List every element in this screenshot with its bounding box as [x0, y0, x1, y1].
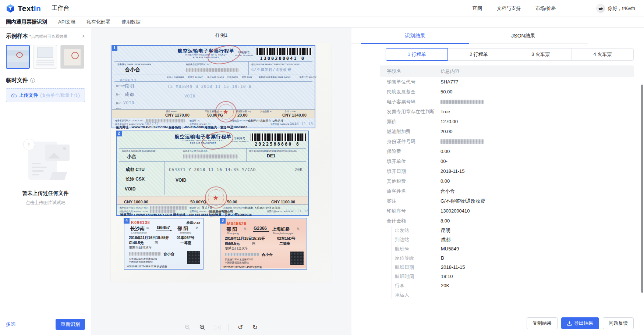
empty-title: 暂未上传过任何文件 — [0, 190, 91, 197]
rotate-right-icon[interactable]: ↻ — [252, 324, 258, 331]
document-scan[interactable]: 1 航空运输电子客票行程单 ITINERARY/RECEIPT OF E-TIC… — [111, 43, 332, 282]
ticket-footer: 中国铁路祝您旅途愉快 — [129, 260, 153, 264]
masked-agent — [150, 210, 176, 213]
field-value: 00- — [440, 158, 634, 164]
tab-recognition-result[interactable]: 识别结果 — [361, 28, 469, 44]
result-actions: 复制结果 导出结果 问题反馈 — [527, 317, 634, 329]
multi-select-link[interactable]: 多选 — [6, 321, 15, 328]
feedback-button[interactable]: 问题反馈 — [603, 317, 634, 329]
subnav-item-bill-recognition[interactable]: 国内通用票据识别 — [6, 19, 47, 25]
endorse-label: 签注 ENDORSEMENTS/RESTRICTIONS/CABIN — [249, 150, 297, 153]
flight-line: CA4371 Y 2018 11 16 14:35 Y/CAO — [169, 167, 256, 172]
yq-value: 50.00 — [227, 200, 237, 204]
field-value: 50.00 — [440, 89, 634, 95]
ticket-footer: 中国铁路祝您旅途愉快 — [225, 261, 249, 264]
field-label: 签注 — [380, 198, 440, 204]
sample-thumbnails — [6, 45, 85, 69]
field-label: 保险费 — [380, 148, 440, 155]
from-pinyin: Shaoyang — [227, 232, 239, 235]
ticket-bottom-code: 3579531111774961 45829 邵阳售 — [223, 265, 262, 269]
masked-id — [186, 68, 239, 72]
check-gate: 检票:A18 — [186, 221, 200, 225]
sample-thumbnail-2[interactable] — [33, 45, 57, 69]
passenger-name: 合小合 — [125, 67, 140, 73]
nav-docs-support[interactable]: 文档与支持 — [497, 5, 521, 12]
copy-result-button[interactable]: 复制结果 — [527, 317, 558, 329]
id-label: 有效身份证件号码 ID.NO. — [186, 63, 211, 66]
field-value: 1270.00 — [440, 119, 634, 124]
fare-value: CNY 1000.00 — [124, 200, 148, 204]
subtab-itinerary-2[interactable]: 2 行程单 — [447, 48, 510, 61]
qr-code — [187, 251, 200, 264]
caac-value: 50.00YQ — [190, 200, 206, 204]
field-row: 保险费0.00 — [380, 146, 634, 156]
ticket-price: ¥148.5元 — [129, 240, 144, 246]
table-header: 字段名 信息内容 — [380, 65, 634, 77]
info-icon[interactable]: i — [30, 78, 35, 83]
subtab-train-4[interactable]: 4 火车票 — [572, 48, 634, 61]
passenger-name: 合小合 — [163, 252, 174, 257]
field-label: 身份证件号码 — [380, 138, 440, 145]
from-station: 成都 CTU — [125, 167, 145, 173]
collapse-icon[interactable]: « — [81, 35, 86, 38]
detected-region-itinerary-1: 1 航空运输电子客票行程单 ITINERARY/RECEIPT OF E-TIC… — [112, 45, 315, 128]
serial-label: 印刷序号： — [234, 136, 248, 140]
zoom-out-icon[interactable] — [184, 324, 191, 331]
field-label: 航班号 — [392, 246, 441, 252]
subnav-item-usage-data[interactable]: 使用数据 — [121, 19, 141, 25]
region-badge: 1 — [112, 45, 117, 51]
endorse-label: 签注 ENDORSEMENTS/RESTRICTIONS/CABIN — [251, 63, 300, 66]
zoom-in-icon[interactable] — [199, 324, 206, 331]
field-row: 旅客姓名合小合 — [380, 186, 634, 196]
flight-line: T2 MU5849 B 2018-11-15 19:10 B — [167, 84, 252, 89]
seat-class: 一等座 — [180, 240, 191, 246]
header-divider — [46, 5, 46, 12]
subnav-item-api-docs[interactable]: API文档 — [58, 19, 75, 25]
tab-json-result[interactable]: JSON结果 — [469, 28, 577, 44]
textin-logo[interactable]: TextIn — [6, 4, 41, 13]
sample-thumbnail-1[interactable] — [6, 45, 30, 69]
field-row: 其他税费0.00 — [380, 176, 634, 186]
results-panel: 识别结果 JSON结果 1 行程单 2 行程单 3 火车票 4 火车票 字段名 … — [351, 28, 644, 335]
export-result-button[interactable]: 导出结果 — [561, 317, 599, 329]
field-label: 销售单位代号 — [380, 79, 440, 85]
ticket-code: M045529 — [227, 221, 247, 226]
ticket-code: K096138 — [131, 220, 150, 225]
field-label: 填开日期 — [380, 168, 440, 175]
upload-label: 上传文件 — [19, 92, 38, 99]
rerun-recognition-button[interactable]: 重新识别 — [56, 319, 85, 330]
route-arrow — [156, 231, 171, 231]
fields-table: 字段名 信息内容 销售单位代号SHA777 民航发展基金50.00 电子客票号码… — [380, 65, 634, 299]
field-label: 其他税费 — [380, 178, 440, 185]
void-mark: VOID — [184, 94, 196, 99]
rotate-left-icon[interactable]: ↺ — [237, 324, 244, 331]
subnav-item-private-deploy[interactable]: 私有化部署 — [86, 19, 110, 25]
export-label: 导出结果 — [574, 320, 593, 327]
sample-thumbnail-3[interactable] — [60, 45, 84, 69]
void-mark: VOID — [125, 186, 135, 192]
subtab-train-3[interactable]: 3 火车票 — [510, 48, 572, 61]
field-label: 旅客姓名 — [380, 188, 440, 195]
subfield-row: 航班日期2018-11-15 — [392, 263, 634, 272]
window-scrollbar[interactable] — [641, 85, 643, 293]
field-row: 燃油附加费20.00 — [380, 126, 634, 136]
ticket-bottom-code: 6581088111774889 6138 长沙南售 — [127, 265, 167, 268]
detected-region-train-4: 4 K096138 检票:A18 长沙南 站 G6457 邵 阳 站 Chang… — [124, 218, 204, 270]
region-badge: 3 — [220, 218, 226, 224]
col-flight: 航班号 FLIGHT — [188, 76, 203, 79]
one-to-one-icon[interactable]: 1:1 — [214, 324, 220, 331]
upload-button[interactable]: 上传文件 (支持单个/批量上传) — [6, 88, 85, 102]
field-label: 发票专用章存在性判断 — [380, 108, 440, 115]
col-allow: 免费行李 ALLOW — [299, 76, 316, 79]
column-field-name: 字段名 — [380, 68, 440, 75]
nav-official-site[interactable]: 官网 — [473, 5, 482, 12]
nav-market-pricing[interactable]: 市场/价格 — [535, 5, 556, 12]
field-value: B — [441, 255, 634, 261]
field-value: MU5849 — [441, 246, 634, 252]
user-menu[interactable]: 你好，t46vfn — [596, 4, 635, 13]
subtab-itinerary-1[interactable]: 1 行程单 — [386, 48, 448, 61]
depart-datetime: 2018年11月16日19:55开 — [129, 235, 169, 240]
detected-region-train-3: 3 M045529 邵 阳 站 G2366 上海虹桥 站 Shaoyang Sh… — [220, 218, 307, 270]
masked-id — [225, 253, 259, 256]
eticket-label: 电子客票号码 E-TICKET NO. — [115, 119, 144, 122]
